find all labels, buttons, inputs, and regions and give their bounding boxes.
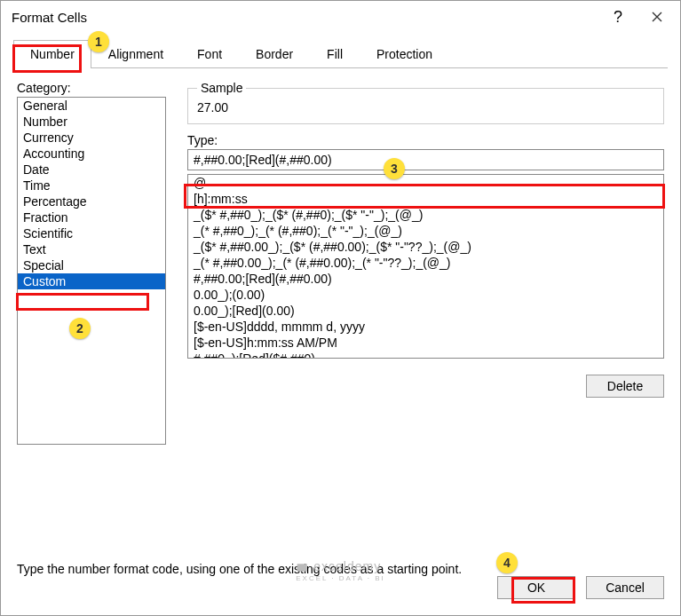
format-cells-dialog: Format Cells ? NumberAlignmentFontBorder… bbox=[0, 0, 681, 616]
format-code-item[interactable]: 0.00_);(0.00) bbox=[188, 287, 663, 303]
format-code-item[interactable]: _($* #,##0_);_($* (#,##0);_($* "-"_);_(@… bbox=[188, 207, 663, 223]
help-button[interactable]: ? bbox=[598, 4, 637, 30]
format-code-item[interactable]: #,##0_);[Red]($#,##0) bbox=[188, 351, 663, 359]
format-code-item[interactable]: #,##0.00;[Red](#,##0.00) bbox=[188, 271, 663, 287]
delete-label: Delete bbox=[607, 379, 643, 393]
format-code-item[interactable]: [h]:mm:ss bbox=[188, 191, 663, 207]
format-code-item[interactable]: [$-en-US]h:mm:ss AM/PM bbox=[188, 335, 663, 351]
category-item[interactable]: Scientific bbox=[18, 225, 165, 241]
tab-protection[interactable]: Protection bbox=[360, 40, 449, 67]
tab-font[interactable]: Font bbox=[180, 40, 239, 67]
format-code-listbox[interactable]: @[h]:mm:ss_($* #,##0_);_($* (#,##0);_($*… bbox=[187, 174, 664, 359]
format-code-item[interactable]: [$-en-US]dddd, mmmm d, yyyy bbox=[188, 319, 663, 335]
close-icon bbox=[652, 12, 662, 22]
format-code-item[interactable]: @ bbox=[188, 175, 663, 191]
tab-border[interactable]: Border bbox=[239, 40, 310, 67]
category-item[interactable]: General bbox=[18, 98, 165, 114]
category-item[interactable]: Date bbox=[18, 162, 165, 178]
category-item[interactable]: Custom bbox=[18, 273, 165, 289]
category-item[interactable]: Number bbox=[18, 114, 165, 130]
sample-group: Sample 27.00 bbox=[187, 81, 664, 124]
format-code-item[interactable]: _(* #,##0_);_(* (#,##0);_(* "-"_);_(@_) bbox=[188, 223, 663, 239]
format-code-item[interactable]: _($* #,##0.00_);_($* (#,##0.00);_($* "-"… bbox=[188, 239, 663, 255]
hint-text: Type the number format code, using one o… bbox=[17, 562, 664, 576]
close-button[interactable] bbox=[637, 4, 677, 30]
type-input[interactable] bbox=[187, 149, 664, 170]
format-code-item[interactable]: _(* #,##0.00_);_(* (#,##0.00);_(* "-"??_… bbox=[188, 255, 663, 271]
type-label: Type: bbox=[187, 133, 664, 147]
category-item[interactable]: Special bbox=[18, 257, 165, 273]
tab-alignment[interactable]: Alignment bbox=[91, 40, 180, 67]
sample-value: 27.00 bbox=[197, 100, 654, 115]
category-item[interactable]: Accounting bbox=[18, 146, 165, 162]
ok-button[interactable]: OK bbox=[497, 576, 575, 599]
category-label: Category: bbox=[17, 81, 166, 95]
delete-button[interactable]: Delete bbox=[586, 375, 664, 398]
category-item[interactable]: Time bbox=[18, 178, 165, 193]
category-item[interactable]: Percentage bbox=[18, 193, 165, 209]
category-listbox[interactable]: GeneralNumberCurrencyAccountingDateTimeP… bbox=[17, 97, 166, 445]
cancel-button[interactable]: Cancel bbox=[586, 576, 664, 599]
tab-number[interactable]: Number bbox=[13, 40, 91, 68]
titlebar: Format Cells ? bbox=[1, 1, 680, 33]
tab-fill[interactable]: Fill bbox=[310, 40, 360, 67]
dialog-title: Format Cells bbox=[12, 10, 598, 25]
category-item[interactable]: Currency bbox=[18, 130, 165, 146]
dialog-footer: OK Cancel bbox=[1, 576, 680, 615]
category-item[interactable]: Text bbox=[18, 241, 165, 257]
format-code-item[interactable]: 0.00_);[Red](0.00) bbox=[188, 303, 663, 319]
ok-label: OK bbox=[527, 580, 545, 595]
sample-label: Sample bbox=[197, 81, 246, 95]
cancel-label: Cancel bbox=[606, 580, 645, 595]
tab-strip: NumberAlignmentFontBorderFillProtection bbox=[13, 40, 668, 68]
category-item[interactable]: Fraction bbox=[18, 209, 165, 225]
